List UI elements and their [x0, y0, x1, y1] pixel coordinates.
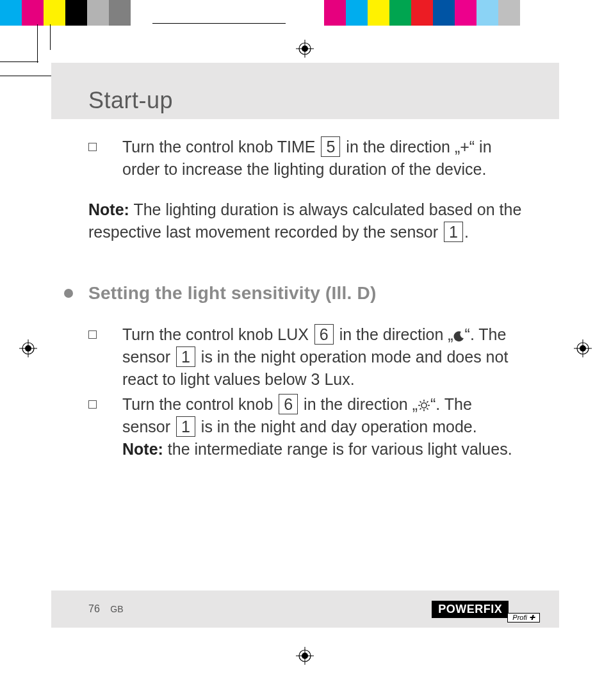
svg-line-23 — [420, 409, 421, 410]
page-footer: 76 GB POWERFIX Profi ✚ — [51, 590, 559, 628]
registration-mark-icon — [574, 339, 592, 357]
list-item: Turn the control knob LUX 6 in the direc… — [88, 323, 524, 391]
crop-mark — [0, 61, 38, 62]
brand-logo: POWERFIX Profi ✚ — [432, 599, 540, 620]
svg-line-24 — [427, 402, 428, 403]
list-text: Turn the control knob 6 in the direction… — [122, 393, 524, 460]
note-paragraph: Note: The lighting duration is always ca… — [88, 199, 524, 243]
svg-line-22 — [427, 409, 428, 410]
square-bullet-icon — [88, 330, 97, 339]
reference-number: 6 — [314, 324, 334, 345]
list-text: Turn the control knob LUX 6 in the direc… — [122, 323, 524, 391]
text: in the direction „ — [299, 395, 418, 413]
sun-icon — [418, 395, 430, 413]
page-number-block: 76 GB — [88, 603, 123, 615]
brand-name: POWERFIX — [432, 601, 509, 618]
crop-mark — [0, 76, 51, 76]
reference-number: 1 — [444, 222, 463, 242]
text: is in the night and day operation mode. — [197, 418, 477, 435]
list-item: Turn the control knob 6 in the direction… — [88, 393, 524, 460]
section-heading-row: Setting the light sensitivity (Ill. D) — [64, 281, 524, 305]
registration-mark-icon — [296, 647, 314, 665]
brand-subtitle: Profi ✚ — [507, 613, 540, 623]
crop-mark — [37, 24, 38, 63]
reference-number: 6 — [279, 394, 298, 414]
crop-mark — [50, 24, 51, 50]
print-color-bars — [0, 0, 611, 26]
page-header: Start-up — [51, 63, 559, 119]
svg-line-21 — [420, 402, 421, 403]
svg-point-16 — [421, 403, 427, 408]
page-number: 76 — [88, 603, 100, 614]
page-region: GB — [110, 604, 123, 614]
text: Turn the control knob LUX — [122, 325, 313, 343]
square-bullet-icon — [88, 143, 97, 151]
text: Turn the control knob — [122, 395, 277, 413]
square-bullet-icon — [88, 400, 97, 409]
list-text: Turn the control knob TIME 5 in the dire… — [122, 136, 524, 181]
registration-mark-icon — [19, 339, 37, 357]
text: Turn the control knob TIME — [122, 138, 320, 156]
page-title: Start-up — [88, 87, 173, 114]
moon-icon — [453, 325, 465, 343]
reference-number: 5 — [321, 136, 340, 157]
list-item: Turn the control knob TIME 5 in the dire… — [88, 136, 524, 181]
text: . — [464, 223, 469, 241]
page-content: Turn the control knob TIME 5 in the dire… — [88, 136, 524, 463]
reference-number: 1 — [176, 346, 195, 367]
section-heading: Setting the light sensitivity (Ill. D) — [88, 281, 376, 305]
bullet-dot-icon — [64, 289, 73, 298]
registration-mark-icon — [296, 40, 314, 58]
text: the intermediate range is for various li… — [163, 440, 512, 458]
text: in the direction „ — [335, 325, 453, 343]
note-label: Note: — [122, 440, 163, 458]
note-label: Note: — [88, 200, 129, 218]
reference-number: 1 — [176, 416, 195, 437]
